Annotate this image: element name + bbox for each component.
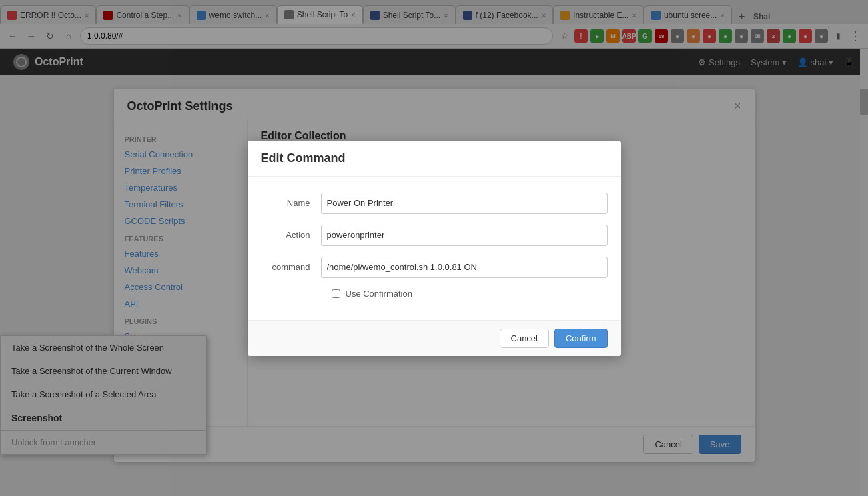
page: OctoPrint ⚙ Settings System ▾ 👤 shai ▾ 📱… [0,49,868,496]
action-label: Action [261,230,321,240]
use-confirmation-row: Use Confirmation [332,289,608,299]
modal-body: Name Action command Use Confirmation [248,177,621,320]
modal-footer: Cancel Confirm [248,320,621,356]
modal-cancel-button[interactable]: Cancel [500,329,549,348]
modal-title: Edit Command [261,151,608,165]
command-row: command [261,257,608,278]
use-confirmation-label: Use Confirmation [346,289,412,299]
use-confirmation-checkbox[interactable] [332,289,340,298]
action-row: Action [261,225,608,246]
modal-overlay: Edit Command Name Action command Use Co [0,49,868,496]
command-label: command [261,262,321,272]
command-input[interactable] [321,257,608,278]
name-label: Name [261,198,321,208]
name-input[interactable] [321,193,608,214]
modal-header: Edit Command [248,141,621,177]
action-input[interactable] [321,225,608,246]
edit-command-modal: Edit Command Name Action command Use Co [248,141,621,356]
name-row: Name [261,193,608,214]
modal-confirm-button[interactable]: Confirm [554,329,608,348]
